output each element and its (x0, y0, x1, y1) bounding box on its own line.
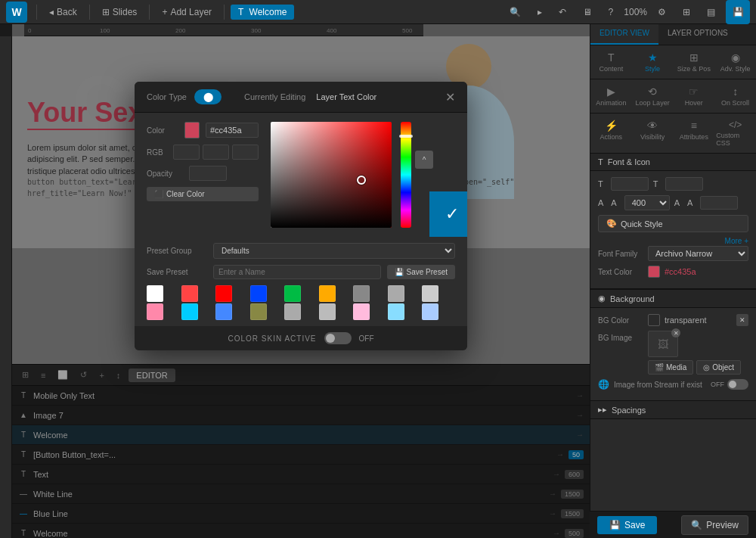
settings-button[interactable]: ⚙ (652, 4, 672, 20)
red-input[interactable]: 204 (173, 145, 200, 160)
font-size-row: T 58px T 58px (598, 177, 748, 191)
stream-row: 🌐 Image from Stream if exist OFF (598, 379, 748, 390)
size-pos-tab[interactable]: ⊞ Size & Pos (674, 48, 715, 76)
font-section-header[interactable]: T Font & Icon (590, 154, 756, 171)
bg-color-swatch[interactable] (648, 314, 660, 326)
opacity-input[interactable]: 100% (189, 166, 227, 181)
color-swatch-cell[interactable] (319, 285, 336, 302)
actions-tab[interactable]: ⚡ Actions (590, 117, 632, 150)
background-section-header[interactable]: ◉ Background (590, 289, 756, 308)
media-button[interactable]: 🎬 Media (648, 360, 693, 375)
content-tab[interactable]: T Content (590, 48, 632, 76)
media-label: Media (666, 363, 686, 372)
quick-style-button[interactable]: 🎨 Quick Style (598, 215, 748, 232)
active-tab[interactable]: T Welcome (231, 5, 294, 20)
slides-button[interactable]: ⊞ Slides (96, 4, 144, 20)
save-icon-btn[interactable]: 💾 (726, 0, 750, 24)
preview-btn-icon: 🔍 (691, 520, 702, 530)
font-size-input-2[interactable]: 58px (665, 177, 703, 191)
search-button[interactable]: 🔍 (503, 4, 527, 20)
color-swatch-cell[interactable] (250, 303, 267, 320)
back-button[interactable]: ◂ Back (43, 4, 83, 20)
spacings-section-header[interactable]: ▸▸ Spacings (590, 401, 756, 419)
clear-color-button[interactable]: ⬛ Clear Color (147, 187, 259, 201)
preset-group-select[interactable]: Defaults (213, 243, 455, 259)
stream-toggle[interactable] (727, 379, 748, 390)
color-skin-toggle[interactable] (324, 332, 352, 344)
font-weight-select[interactable]: 400 700 (624, 195, 670, 210)
color-swatch-cell[interactable] (422, 285, 438, 302)
gradient-dark (271, 122, 392, 228)
blue-input[interactable]: 90 (232, 145, 259, 160)
on-scroll-tab[interactable]: ↕ On Scroll (714, 82, 756, 110)
font-family-select[interactable]: Archivo Narrow (648, 246, 748, 261)
color-type-toggle[interactable]: ⬤ (194, 89, 222, 104)
gradient-cursor (357, 176, 366, 185)
color-swatch-cell[interactable] (353, 303, 370, 320)
color-swatch-cell[interactable] (147, 285, 163, 302)
cursor-button[interactable]: ▸ (531, 4, 548, 20)
color-swatch-preview[interactable] (184, 122, 200, 138)
preview-button[interactable]: 🔍 Preview (681, 515, 748, 535)
color-swatch-cell[interactable] (181, 303, 198, 320)
stream-toggle-label: OFF (711, 381, 724, 388)
color-swatch-cell[interactable] (388, 285, 404, 302)
save-button[interactable]: 💾 Save (597, 516, 657, 534)
layout-button[interactable]: ▤ (701, 4, 721, 20)
color-swatch-cell[interactable] (250, 285, 267, 302)
hue-slider[interactable] (401, 122, 411, 228)
style-tab[interactable]: ★ Style (632, 48, 674, 76)
canvas-content: Coot Your Sex Drive Lorem ipsum dolor si… (12, 36, 590, 538)
bg-image-remove[interactable]: ✕ (671, 328, 680, 337)
color-swatch-cell[interactable] (388, 303, 404, 320)
color-swatch-cell[interactable] (147, 303, 163, 320)
bg-color-row: BG Color transparent ✕ (598, 314, 748, 326)
more-link[interactable]: More + (725, 237, 748, 245)
bg-color-remove-btn[interactable]: ✕ (736, 314, 748, 326)
help-button[interactable]: ? (603, 4, 620, 20)
media-icon: 🎬 (655, 363, 664, 372)
font-size-input-1[interactable]: 58px (611, 177, 649, 191)
color-swatch-cell[interactable] (284, 285, 301, 302)
layer-options-tab[interactable]: LAYER OPTIONS (658, 24, 737, 45)
color-hex-input[interactable] (206, 123, 259, 138)
editor-view-tab[interactable]: EDITOR VIEW (590, 24, 658, 45)
color-skin-row: COLOR SKIN ACTIVE OFF (135, 326, 467, 350)
color-swatch-cell[interactable] (215, 303, 232, 320)
bg-image-preview: ✕ 🖼 (648, 331, 678, 357)
grid-button[interactable]: ⊞ (677, 4, 696, 20)
attributes-tab[interactable]: ≡ Attributes (674, 117, 715, 150)
add-layer-button[interactable]: + Add Layer (156, 4, 218, 20)
adv-style-tab[interactable]: ◉ Adv. Style (714, 48, 756, 76)
preset-name-input[interactable] (213, 265, 381, 279)
visibility-tab[interactable]: 👁 Visibility (632, 117, 674, 150)
color-swatch-cell[interactable] (215, 285, 232, 302)
save-preset-button[interactable]: 💾 Save Preset (387, 265, 455, 279)
font-spacing-icon: A (674, 198, 680, 207)
hover-tab[interactable]: ☞ Hover (674, 82, 715, 110)
color-swatch-cell[interactable] (284, 303, 301, 320)
desktop-button[interactable]: 🖥 (577, 4, 598, 20)
text-color-swatch[interactable] (648, 266, 660, 278)
object-button[interactable]: ◎ Object (696, 360, 741, 375)
green-input[interactable]: 67 (203, 145, 229, 160)
svg-text:100: 100 (100, 27, 110, 34)
custom-css-tab[interactable]: </> Custom CSS (714, 117, 756, 150)
letter-spacing-input[interactable]: 0px (700, 196, 738, 210)
gradient-picker[interactable] (271, 122, 392, 228)
modal-close-button[interactable]: ✕ (445, 90, 455, 104)
animation-icon: ▶ (607, 86, 615, 98)
color-swatch-cell[interactable] (353, 285, 370, 302)
undo-button[interactable]: ↶ (553, 4, 572, 20)
confirm-button[interactable]: ✓ (429, 191, 467, 237)
loop-layer-tab[interactable]: ⟲ Loop Layer (632, 82, 674, 110)
image-placeholder-icon: 🖼 (658, 338, 668, 350)
collapse-button[interactable]: ^ (415, 151, 433, 169)
confirm-area: ✓ (429, 113, 467, 237)
animation-tab[interactable]: ▶ Animation (590, 82, 632, 110)
color-swatch-cell[interactable] (319, 303, 336, 320)
color-swatch-cell[interactable] (181, 285, 198, 302)
modal-overlay: Color Type ⬤ Currently Editing Layer Tex… (12, 36, 590, 538)
color-swatch-cell[interactable] (422, 303, 438, 320)
wp-icon[interactable]: W (6, 2, 27, 23)
